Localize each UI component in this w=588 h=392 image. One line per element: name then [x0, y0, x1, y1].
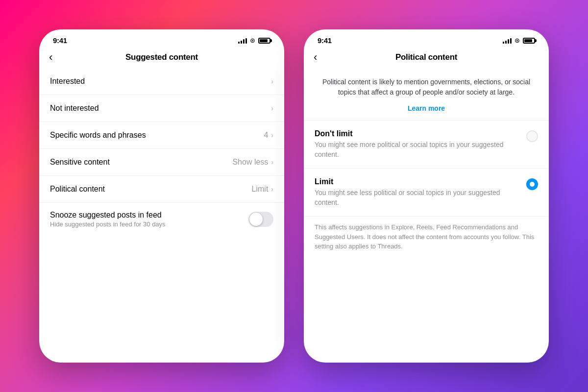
menu-label-political: Political content [50, 185, 105, 194]
menu-item-right-specific-words: 4 › [264, 131, 273, 140]
chevron-sensitive: › [271, 158, 273, 166]
chevron-specific-words: › [271, 131, 273, 139]
signal-bars-left [238, 38, 247, 44]
snooze-title: Snooze suggested posts in feed [50, 211, 248, 220]
menu-item-specific-words[interactable]: Specific words and phrases 4 › [39, 122, 284, 149]
signal-bar-2 [241, 41, 242, 44]
battery-fill-left [260, 39, 268, 42]
radio-subtitle-dont-limit: You might see more political or social t… [315, 140, 518, 159]
menu-value-political: Limit [252, 185, 269, 194]
radio-option-dont-limit[interactable]: Don't limit You might see more political… [304, 121, 549, 168]
radio-circle-dont-limit[interactable] [526, 130, 538, 142]
radio-title-limit: Limit [315, 177, 518, 186]
menu-item-right-sensitive: Show less › [232, 158, 273, 167]
menu-item-political[interactable]: Political content Limit › [39, 176, 284, 203]
signal-bar-1 [238, 42, 240, 44]
wifi-icon-right: ⊛ [514, 37, 520, 44]
chevron-interested: › [271, 77, 273, 85]
snooze-item[interactable]: Snooze suggested posts in feed Hide sugg… [39, 203, 284, 236]
nav-title-left: Suggested content [125, 52, 198, 62]
wifi-icon-left: ⊛ [250, 37, 255, 44]
toggle-thumb [249, 213, 263, 226]
phone-suggested-content: 9:41 ⊛ ‹ Suggested content Interested › [39, 29, 284, 363]
menu-label-specific-words: Specific words and phrases [50, 131, 146, 140]
learn-more-link[interactable]: Learn more [304, 100, 549, 120]
signal-bar-r3 [508, 39, 509, 44]
footer-note: This affects suggestions in Explore, Ree… [304, 217, 549, 261]
signal-bar-3 [243, 39, 245, 44]
signal-bar-r4 [510, 38, 512, 44]
status-bar-left: 9:41 ⊛ [39, 29, 284, 49]
signal-bar-4 [245, 38, 247, 44]
snooze-toggle[interactable] [248, 212, 273, 227]
menu-value-specific-words: 4 [264, 131, 268, 140]
status-time-left: 9:41 [53, 36, 67, 45]
status-icons-left: ⊛ [238, 37, 270, 44]
signal-bars-right [503, 38, 512, 44]
menu-item-right-interested: › [271, 77, 273, 85]
radio-option-limit[interactable]: Limit You might see less political or so… [304, 169, 549, 216]
radio-title-dont-limit: Don't limit [315, 129, 518, 138]
radio-circle-limit[interactable] [526, 178, 538, 190]
battery-icon-left [258, 38, 270, 44]
menu-value-sensitive: Show less [232, 158, 268, 167]
menu-label-sensitive: Sensitive content [50, 158, 110, 167]
status-bar-right: 9:41 ⊛ [304, 29, 549, 49]
menu-item-sensitive[interactable]: Sensitive content Show less › [39, 149, 284, 176]
chevron-not-interested: › [271, 104, 273, 112]
menu-item-right-not-interested: › [271, 104, 273, 112]
signal-bar-r2 [505, 41, 507, 44]
status-time-right: 9:41 [318, 36, 332, 45]
political-description: Political content is likely to mention g… [304, 68, 549, 100]
chevron-political: › [271, 185, 273, 193]
menu-label-not-interested: Not interested [50, 104, 99, 113]
radio-option-text-dont-limit: Don't limit You might see more political… [315, 129, 518, 159]
radio-subtitle-limit: You might see less political or social t… [315, 188, 518, 207]
battery-fill-right [524, 39, 532, 42]
back-button-right[interactable]: ‹ [314, 52, 317, 63]
menu-item-interested[interactable]: Interested › [39, 68, 284, 95]
status-icons-right: ⊛ [503, 37, 535, 44]
battery-icon-right [523, 38, 535, 44]
signal-bar-r1 [503, 42, 504, 44]
nav-bar-left: ‹ Suggested content [39, 49, 284, 68]
menu-item-right-political: Limit › [252, 185, 273, 194]
screen-content-right: Political content is likely to mention g… [304, 68, 549, 363]
snooze-left: Snooze suggested posts in feed Hide sugg… [50, 211, 248, 228]
nav-bar-right: ‹ Political content [304, 49, 549, 68]
menu-label-interested: Interested [50, 77, 85, 86]
radio-option-text-limit: Limit You might see less political or so… [315, 177, 518, 207]
nav-title-right: Political content [395, 52, 457, 62]
menu-item-not-interested[interactable]: Not interested › [39, 95, 284, 122]
screen-content-left: Interested › Not interested › Specific w… [39, 68, 284, 363]
snooze-subtitle: Hide suggested posts in feed for 30 days [50, 220, 248, 228]
back-button-left[interactable]: ‹ [49, 52, 52, 63]
phone-political-content: 9:41 ⊛ ‹ Political content Political con… [304, 29, 549, 363]
